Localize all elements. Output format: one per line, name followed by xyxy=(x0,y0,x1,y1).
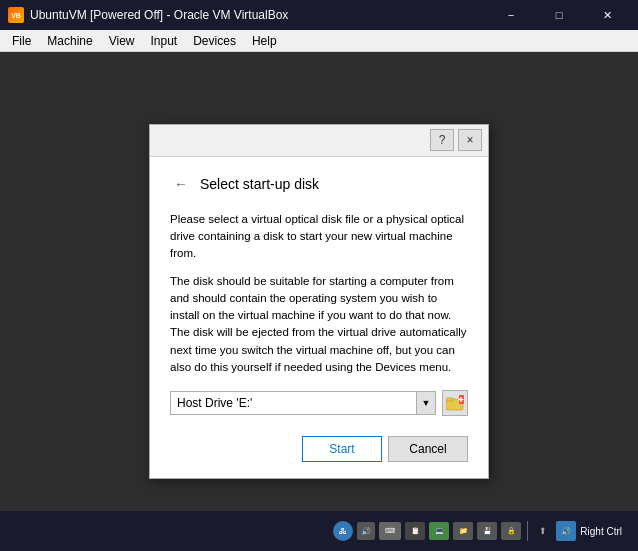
startup-disk-dialog: ? × ← Select start-up disk Please select… xyxy=(149,124,489,479)
dialog-help-button[interactable]: ? xyxy=(430,129,454,151)
taskbar-icon-2: 🔊 xyxy=(357,522,375,540)
description-1: Please select a virtual optical disk fil… xyxy=(170,211,468,263)
dialog-header: ← Select start-up disk xyxy=(170,173,468,195)
taskbar-system-icons: 🖧 🔊 ⌨ 📋 💻 📁 💾 🔒 xyxy=(333,521,634,541)
taskbar-icon-6: 📁 xyxy=(453,522,473,540)
taskbar-icon-3: ⌨ xyxy=(379,522,401,540)
dialog-close-button[interactable]: × xyxy=(458,129,482,151)
main-window: VB UbuntuVM [Powered Off] - Oracle VM Vi… xyxy=(0,0,638,551)
dialog-title-bar: ? × xyxy=(150,125,488,157)
menu-view[interactable]: View xyxy=(101,32,143,50)
taskbar-icon-10: 🔊 xyxy=(556,521,576,541)
main-area: ? × ← Select start-up disk Please select… xyxy=(0,52,638,551)
app-icon: VB xyxy=(8,7,24,23)
taskbar-separator xyxy=(527,521,528,541)
description-2: The disk should be suitable for starting… xyxy=(170,273,468,377)
dialog-buttons: Start Cancel xyxy=(170,432,468,462)
menu-input[interactable]: Input xyxy=(143,32,186,50)
disk-dropdown[interactable]: Host Drive 'E:' xyxy=(170,391,436,415)
title-bar-controls: − □ ✕ xyxy=(488,0,630,30)
title-bar: VB UbuntuVM [Powered Off] - Oracle VM Vi… xyxy=(0,0,638,30)
menu-bar: File Machine View Input Devices Help xyxy=(0,30,638,52)
menu-help[interactable]: Help xyxy=(244,32,285,50)
folder-icon xyxy=(446,395,464,411)
taskbar-icon-9: ⬆ xyxy=(534,522,552,540)
disk-select-row: Host Drive 'E:' ▼ xyxy=(170,390,468,416)
disk-select-wrapper: Host Drive 'E:' ▼ xyxy=(170,391,436,415)
taskbar: 🖧 🔊 ⌨ 📋 💻 📁 💾 🔒 xyxy=(0,511,638,551)
taskbar-icon-8: 🔒 xyxy=(501,522,521,540)
maximize-button[interactable]: □ xyxy=(536,0,582,30)
taskbar-icon-4: 📋 xyxy=(405,522,425,540)
menu-file[interactable]: File xyxy=(4,32,39,50)
menu-machine[interactable]: Machine xyxy=(39,32,100,50)
minimize-button[interactable]: − xyxy=(488,0,534,30)
close-button[interactable]: ✕ xyxy=(584,0,630,30)
cancel-button[interactable]: Cancel xyxy=(388,436,468,462)
menu-devices[interactable]: Devices xyxy=(185,32,244,50)
dialog-content: ← Select start-up disk Please select a v… xyxy=(150,157,488,478)
dialog-body: Please select a virtual optical disk fil… xyxy=(170,211,468,376)
taskbar-icon-7: 💾 xyxy=(477,522,497,540)
right-ctrl-label: Right Ctrl xyxy=(580,526,626,537)
back-button[interactable]: ← xyxy=(170,173,192,195)
window-title: UbuntuVM [Powered Off] - Oracle VM Virtu… xyxy=(30,8,488,22)
start-button[interactable]: Start xyxy=(302,436,382,462)
dialog-title: Select start-up disk xyxy=(200,176,319,192)
taskbar-icon-1: 🖧 xyxy=(333,521,353,541)
browse-folder-button[interactable] xyxy=(442,390,468,416)
svg-rect-1 xyxy=(446,398,453,401)
taskbar-icon-5: 💻 xyxy=(429,522,449,540)
